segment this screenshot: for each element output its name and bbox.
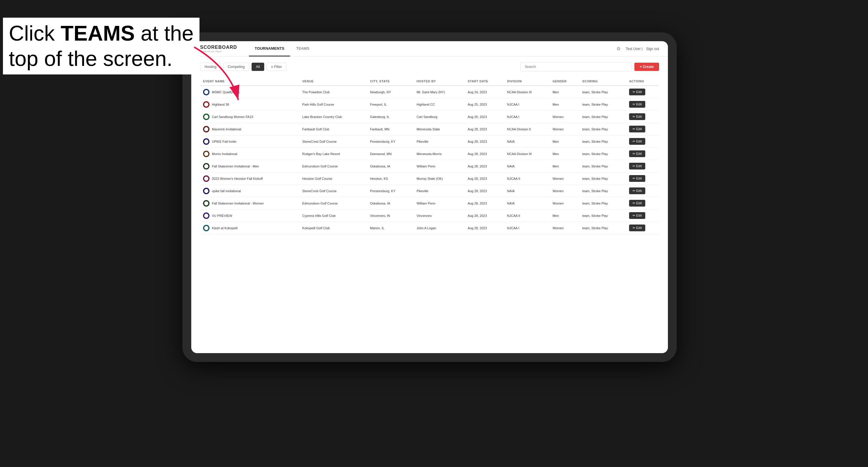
edit-button[interactable]: ✏ Edit	[629, 224, 645, 231]
cell-event-name: Highland 36	[200, 98, 299, 111]
event-name-text: Klash at Kokopelli	[212, 226, 238, 230]
cell-city-state: Vincennes, IN	[367, 210, 414, 222]
cell-scoring: team, Stroke Play	[579, 210, 626, 222]
cell-city-state: Newburgh, NY	[367, 86, 414, 98]
table-row: Morris Invitational Ruttger's Bay Lake R…	[200, 148, 659, 160]
cell-venue: StoneCrest Golf Course	[299, 135, 367, 148]
all-tab[interactable]: All	[252, 63, 264, 71]
svg-point-12	[204, 226, 208, 230]
cell-start-date: Aug 28, 2023	[465, 185, 504, 197]
cell-hosted-by: Minnesota State	[414, 123, 465, 135]
cell-gender: Men	[550, 210, 579, 222]
svg-point-4	[204, 127, 208, 131]
edit-button[interactable]: ✏ Edit	[629, 150, 645, 157]
create-button[interactable]: + Create	[634, 63, 659, 71]
cell-actions: ✏ Edit	[626, 222, 659, 234]
cell-hosted-by: John A Logan	[414, 222, 465, 234]
cell-division: NCAA Division II	[504, 123, 550, 135]
search-input[interactable]	[520, 62, 632, 71]
cell-division: NAIA	[504, 185, 550, 197]
cell-division: NCAA Division III	[504, 148, 550, 160]
event-name-text: VU PREVIEW	[212, 214, 232, 217]
cell-city-state: Prestonsburg, KY	[367, 185, 414, 197]
cell-start-date: Aug 28, 2023	[465, 197, 504, 210]
cell-city-state: Oskaloosa, IA	[367, 160, 414, 173]
team-logo	[203, 163, 210, 169]
cell-scoring: team, Stroke Play	[579, 160, 626, 173]
cell-venue: Hesston Golf Course	[299, 173, 367, 185]
col-actions: ACTIONS	[626, 77, 659, 86]
cell-city-state: Marion, IL	[367, 222, 414, 234]
instruction-text: Click TEAMS at the top of the screen.	[3, 18, 199, 74]
nav-tournaments[interactable]: TOURNAMENTS	[249, 41, 290, 57]
nav-right: ⚙ Test User | Sign out	[616, 46, 659, 52]
edit-button[interactable]: ✏ Edit	[629, 126, 645, 132]
team-logo	[203, 188, 210, 194]
edit-button[interactable]: ✏ Edit	[629, 163, 645, 169]
table-row: Carl Sandburg Women FA23 Lake Bracken Co…	[200, 111, 659, 123]
edit-button[interactable]: ✏ Edit	[629, 187, 645, 194]
table-body: MSMC Qualifying 1 The Powelton Club Newb…	[200, 86, 659, 234]
cell-gender: Women	[550, 197, 579, 210]
edit-button[interactable]: ✏ Edit	[629, 138, 645, 145]
cell-hosted-by: William Penn	[414, 197, 465, 210]
edit-button[interactable]: ✏ Edit	[629, 212, 645, 219]
cell-hosted-by: Minnesota-Morris	[414, 148, 465, 160]
cell-gender: Men	[550, 98, 579, 111]
cell-start-date: Aug 28, 2023	[465, 148, 504, 160]
competing-tab[interactable]: Competing	[223, 63, 249, 71]
svg-point-6	[204, 152, 208, 156]
cell-event-name: Fall Statesmen Invitational - Women	[200, 197, 299, 210]
nav-teams[interactable]: TEAMS	[290, 41, 315, 57]
cell-start-date: Aug 25, 2023	[465, 98, 504, 111]
svg-point-7	[204, 164, 208, 168]
cell-actions: ✏ Edit	[626, 210, 659, 222]
cell-actions: ✏ Edit	[626, 197, 659, 210]
cell-start-date: Aug 24, 2023	[465, 86, 504, 98]
settings-icon[interactable]: ⚙	[616, 46, 622, 52]
cell-hosted-by: Pikeville	[414, 185, 465, 197]
cell-venue: Park Hills Golf Course	[299, 98, 367, 111]
nav-bar: SCOREBOARD Powered by clippit TOURNAMENT…	[191, 41, 668, 57]
hosting-tab[interactable]: Hosting	[200, 63, 221, 71]
cell-city-state: Galesburg, IL	[367, 111, 414, 123]
svg-point-8	[204, 177, 208, 181]
edit-button[interactable]: ✏ Edit	[629, 89, 645, 95]
event-name-text: Highland 36	[212, 103, 229, 106]
cell-gender: Women	[550, 173, 579, 185]
nav-signout[interactable]: Sign out	[646, 47, 659, 51]
table-row: Highland 36 Park Hills Golf Course Freep…	[200, 98, 659, 111]
event-name-text: MSMC Qualifying 1	[212, 90, 240, 94]
cell-city-state: Prestonsburg, KY	[367, 135, 414, 148]
svg-point-9	[204, 189, 208, 193]
table-row: Fall Statesmen Invitational - Women Edmu…	[200, 197, 659, 210]
svg-point-2	[204, 102, 208, 106]
filter-button[interactable]: ≡ Filter	[267, 63, 286, 71]
col-division: DIVISION	[504, 77, 550, 86]
cell-actions: ✏ Edit	[626, 173, 659, 185]
team-logo	[203, 151, 210, 157]
logo-title: SCOREBOARD	[200, 45, 237, 50]
cell-hosted-by: William Penn	[414, 160, 465, 173]
edit-button[interactable]: ✏ Edit	[629, 175, 645, 182]
cell-division: NCAA Division III	[504, 86, 550, 98]
cell-actions: ✏ Edit	[626, 123, 659, 135]
cell-gender: Men	[550, 135, 579, 148]
cell-scoring: team, Stroke Play	[579, 98, 626, 111]
nav-user: Test User |	[626, 47, 643, 51]
cell-hosted-by: Highland CC	[414, 98, 465, 111]
cell-start-date: Aug 28, 2023	[465, 123, 504, 135]
cell-event-name: UPIKE Fall Invite	[200, 135, 299, 148]
cell-venue: Kokopelli Golf Club	[299, 222, 367, 234]
team-logo	[203, 200, 210, 207]
cell-scoring: team, Stroke Play	[579, 185, 626, 197]
svg-point-10	[204, 201, 208, 206]
cell-start-date: Aug 28, 2023	[465, 173, 504, 185]
edit-button[interactable]: ✏ Edit	[629, 113, 645, 120]
cell-start-date: Aug 26, 2023	[465, 111, 504, 123]
cell-actions: ✏ Edit	[626, 111, 659, 123]
cell-gender: Men	[550, 148, 579, 160]
cell-division: NJCAA I	[504, 111, 550, 123]
edit-button[interactable]: ✏ Edit	[629, 200, 645, 207]
edit-button[interactable]: ✏ Edit	[629, 101, 645, 108]
